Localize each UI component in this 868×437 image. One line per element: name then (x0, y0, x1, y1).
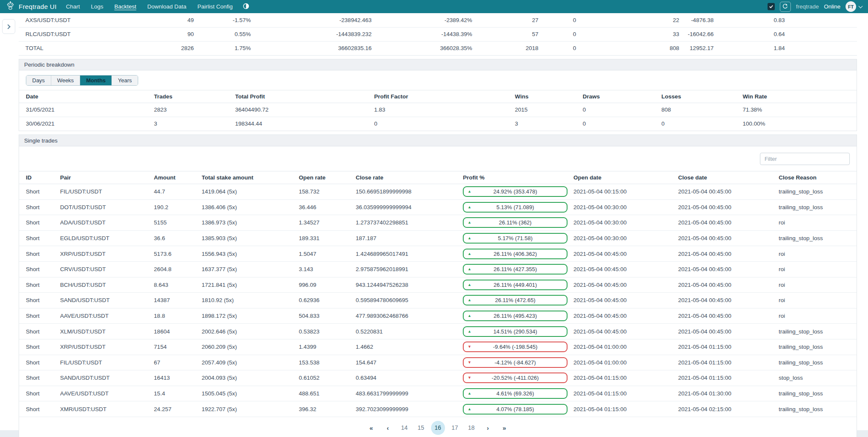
close-rate-cell: 392.7023099999999 (356, 401, 463, 417)
tab-months[interactable]: Months (80, 76, 111, 85)
trade-row[interactable]: Short DOT/USDT:USDT 190.2 1386.406 (5x) … (19, 199, 857, 215)
nav-item-download-data[interactable]: Download Data (147, 3, 186, 10)
col-id[interactable]: ID (19, 171, 60, 184)
trades-filter-input[interactable] (760, 153, 850, 165)
factor-cell: 0.83 (715, 13, 786, 27)
id-cell: Short (19, 246, 60, 262)
page-17[interactable]: 17 (448, 421, 462, 435)
close-date-cell: 2021-05-04 00:45:00 (678, 215, 779, 231)
profit-up-icon: ▲ (467, 221, 471, 224)
bot-status: Online (824, 3, 840, 10)
pair-cell: ADA/USDT:USDT (60, 215, 154, 231)
trades-cell: 2823 (154, 103, 235, 117)
pair-cell: FIL/USDT:USDT (60, 184, 154, 200)
page-15[interactable]: 15 (415, 421, 428, 435)
trade-row[interactable]: Short FIL/USDT:USDT 44.7 1419.064 (5x) 1… (19, 184, 857, 200)
pair-cell: XMR/USDT:USDT (60, 401, 154, 417)
win-rate-cell: 100.00% (743, 117, 857, 131)
summary-row[interactable]: AXS/USDT:USDT 49 -1.57% -238942.463 -238… (19, 13, 857, 27)
reload-button[interactable] (780, 2, 791, 12)
tab-weeks[interactable]: Weeks (51, 76, 80, 85)
periodic-breakdown-table: Date Trades Total Profit Profit Factor W… (19, 90, 857, 131)
col-pair[interactable]: Pair (60, 171, 154, 184)
draws-cell: 0 (539, 41, 577, 55)
open-date-cell: 2021-05-04 01:00:00 (573, 339, 678, 355)
open-rate-cell: 504.833 (299, 308, 356, 324)
nav-item-logs[interactable]: Logs (91, 3, 103, 10)
main-content: AXS/USDT:USDT 49 -1.57% -238942.463 -238… (19, 13, 857, 437)
next-page-button[interactable]: › (481, 421, 495, 435)
trades-cell: 3 (154, 117, 235, 131)
first-page-button[interactable]: « (365, 421, 378, 435)
open-date-cell: 2021-05-04 00:45:00 (573, 277, 678, 293)
amount-cell: 44.7 (154, 184, 202, 200)
user-menu[interactable]: FT (846, 1, 862, 12)
pair-cell: FIL/USDT:USDT (60, 355, 154, 370)
page-18[interactable]: 18 (465, 421, 478, 435)
trade-row[interactable]: Short XMR/USDT:USDT 24.257 1922.707 (5x)… (19, 401, 857, 417)
trade-row[interactable]: Short SAND/USDT:USDT 16413 2004.093 (5x)… (19, 370, 857, 386)
summary-row[interactable]: TOTAL 2826 1.75% 36602835.16 366028.35% … (19, 41, 857, 55)
col-close-reason[interactable]: Close Reason (779, 171, 857, 184)
trade-row[interactable]: Short SAND/USDT:USDT 14387 1810.92 (5x) … (19, 293, 857, 308)
brand[interactable]: Freqtrade UI (6, 1, 56, 12)
last-page-button[interactable]: » (498, 421, 511, 435)
col-total-stake[interactable]: Total stake amount (202, 171, 299, 184)
summary-row[interactable]: RLC/USDT:USDT 90 0.55% -1443839.232 -144… (19, 27, 857, 41)
col-close-date[interactable]: Close date (678, 171, 779, 184)
trade-row[interactable]: Short FIL/USDT:USDT 67 2057.409 (5x) 153… (19, 355, 857, 370)
nav-item-pairlist-config[interactable]: Pairlist Config (198, 3, 233, 10)
profit-badge: ▼ -4.12% (-84.627) (463, 357, 568, 368)
draws-cell: 0 (539, 13, 577, 27)
trade-row[interactable]: Short ADA/USDT:USDT 5155 1386.973 (5x) 1… (19, 215, 857, 231)
trade-row[interactable]: Short BCH/USDT:USDT 8.643 1721.841 (5x) … (19, 277, 857, 293)
pair-summary-table: AXS/USDT:USDT 49 -1.57% -238942.463 -238… (19, 13, 857, 56)
id-cell: Short (19, 199, 60, 215)
close-reason-cell: roi (779, 277, 857, 293)
trade-row[interactable]: Short EGLD/USDT:USDT 36.6 1385.903 (5x) … (19, 230, 857, 246)
tab-days[interactable]: Days (26, 76, 51, 85)
profit-cell: ▲ 26.11% (472.65) (463, 293, 573, 308)
col-open-rate[interactable]: Open rate (299, 171, 356, 184)
profit-cell: ▲ 4.61% (69.326) (463, 386, 573, 401)
page-14[interactable]: 14 (398, 421, 411, 435)
prev-page-button[interactable]: ‹ (381, 421, 395, 435)
open-rate-cell: 396.32 (299, 401, 356, 417)
open-rate-cell: 158.732 (299, 184, 356, 200)
trade-row[interactable]: Short AAVE/USDT:USDT 18.8 1898.172 (5x) … (19, 308, 857, 324)
stake-cell: 1419.064 (5x) (202, 184, 299, 200)
profit-down-icon: ▼ (467, 345, 471, 349)
pair-cell: AAVE/USDT:USDT (60, 386, 154, 401)
close-rate-cell: 187.187 (356, 230, 463, 246)
periodic-row[interactable]: 30/06/2021 3 198344.44 0 3 0 0 100.00% (19, 117, 857, 131)
profit-cell: ▲ 26.11% (495.423) (463, 308, 573, 324)
pagination: «‹1415161718›» (19, 421, 857, 435)
theme-toggle-button[interactable] (243, 3, 249, 11)
single-trades-card: Single trades ID Pair Amount Total stake… (19, 134, 857, 437)
refresh-icon (782, 3, 788, 10)
close-reason-cell: trailing_stop_loss (779, 355, 857, 370)
expand-sidebar-button[interactable] (2, 19, 15, 34)
col-open-date[interactable]: Open date (573, 171, 678, 184)
stake-cell: 1385.903 (5x) (202, 230, 299, 246)
open-date-cell: 2021-05-04 00:30:00 (573, 199, 678, 215)
nav-item-backtest[interactable]: Backtest (114, 3, 136, 10)
col-profit-pct[interactable]: Profit % (463, 171, 573, 184)
trade-row[interactable]: Short XRP/USDT:USDT 5173.6 1556.943 (5x)… (19, 246, 857, 262)
close-date-cell: 2021-05-04 00:45:00 (678, 246, 779, 262)
trade-row[interactable]: Short AAVE/USDT:USDT 15.4 1505.045 (5x) … (19, 386, 857, 401)
close-reason-cell: trailing_stop_loss (779, 401, 857, 417)
trade-row[interactable]: Short CRV/USDT:USDT 2604.8 1637.377 (5x)… (19, 261, 857, 277)
tab-years[interactable]: Years (111, 76, 138, 85)
drawdown-cell: -16042.66 (680, 27, 715, 41)
col-close-rate[interactable]: Close rate (356, 171, 463, 184)
trade-row[interactable]: Short XRP/USDT:USDT 7154 2060.209 (5x) 1… (19, 339, 857, 355)
nav-item-chart[interactable]: Chart (66, 3, 80, 10)
trade-row[interactable]: Short XLM/USDT:USDT 18604 2002.646 (5x) … (19, 324, 857, 339)
left-gutter (0, 13, 19, 430)
col-amount[interactable]: Amount (154, 171, 202, 184)
bot-health-checkbox[interactable] (768, 3, 775, 10)
periodic-row[interactable]: 31/05/2021 2823 36404490.72 1.83 2015 0 … (19, 103, 857, 117)
amount-cell: 24.257 (154, 401, 202, 417)
page-16[interactable]: 16 (431, 421, 445, 435)
